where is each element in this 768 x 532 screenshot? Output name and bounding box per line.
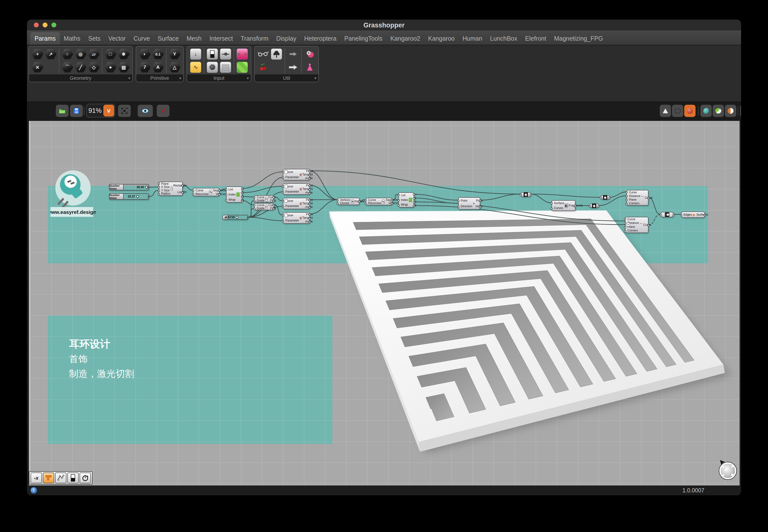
chevron-down-icon[interactable]: ▾: [247, 76, 249, 81]
version-label: 1.0.0007: [682, 487, 704, 494]
tab-heteroptera[interactable]: Heteroptera: [300, 33, 340, 45]
scribble-icon[interactable]: ∿: [190, 62, 201, 73]
chevron-down-icon[interactable]: ▾: [179, 76, 181, 81]
zoom-extents-button[interactable]: [118, 105, 131, 117]
gradient-icon[interactable]: [237, 48, 248, 60]
tab-lunchbox[interactable]: LunchBox: [486, 33, 521, 45]
xyz-icon[interactable]: ✕: [32, 62, 43, 72]
preview-shaded-button[interactable]: [684, 105, 696, 117]
diamond-icon[interactable]: ◇: [88, 62, 100, 72]
gearball-icon[interactable]: [304, 48, 315, 60]
tab-kangaroo[interactable]: Kangaroo: [424, 33, 458, 45]
preview-off-button[interactable]: [660, 105, 671, 117]
preview-toggle-button[interactable]: [138, 105, 153, 117]
snowflake-slot: ❄: [118, 48, 129, 60]
tab-params[interactable]: Params: [30, 32, 60, 45]
palette-column: ❄▤: [118, 48, 129, 73]
palette-label-input[interactable]: Input▾: [187, 74, 251, 82]
status-info-icon[interactable]: !: [30, 487, 37, 494]
preview-selected-teal-button[interactable]: [700, 105, 712, 117]
import-icon[interactable]: ↓: [190, 48, 201, 60]
arc-icon[interactable]: ⌒: [61, 62, 73, 72]
flask-slot: [304, 62, 316, 73]
spiral-icon[interactable]: ◎: [75, 49, 86, 59]
boolean-icon[interactable]: ◐: [139, 49, 150, 59]
panel-icon[interactable]: [220, 62, 231, 73]
segment-slot: ╱: [75, 62, 86, 73]
palette-name: Primitive: [150, 75, 169, 81]
preview-wireframe-button[interactable]: [672, 105, 683, 117]
open-file-button[interactable]: [56, 105, 69, 117]
knob-icon[interactable]: [207, 62, 218, 73]
brep-icon[interactable]: ▤: [118, 62, 129, 72]
path-icon[interactable]: Y: [169, 49, 180, 59]
flask-icon[interactable]: [304, 62, 315, 73]
sketch-pen-button[interactable]: [157, 105, 169, 117]
plane-icon[interactable]: ▱: [88, 49, 100, 59]
tab-vector[interactable]: Vector: [104, 33, 129, 45]
toggle-icon[interactable]: [207, 48, 218, 60]
slider-slot: [220, 48, 232, 60]
palette-column: [257, 48, 269, 73]
segment-icon[interactable]: ╱: [75, 62, 86, 72]
slider-icon[interactable]: [220, 48, 231, 60]
palette-separator: [204, 48, 204, 73]
tab-elefront[interactable]: Elefront: [521, 33, 550, 45]
tab-panelingtools[interactable]: PanelingTools: [340, 33, 386, 45]
swatch-icon[interactable]: [237, 62, 248, 73]
tab-maths[interactable]: Maths: [60, 33, 84, 45]
blob-icon[interactable]: ●: [104, 62, 116, 72]
brep-slot: ▤: [118, 62, 129, 73]
tab-human[interactable]: Human: [458, 33, 486, 45]
toolbar-separator: [738, 106, 738, 116]
chevron-down-icon[interactable]: ▾: [128, 76, 130, 81]
definition-canvas[interactable]: [29, 121, 740, 495]
number-slot: 0.1: [152, 48, 164, 60]
preview-selected-green-button[interactable]: [713, 105, 724, 117]
glasses-slot: [257, 48, 269, 60]
vector-icon[interactable]: ↗: [45, 49, 57, 59]
palette-label-primitive[interactable]: Primitive▾: [136, 74, 183, 82]
tab-magnetizing_fpg[interactable]: Magnetizing_FPG: [550, 33, 607, 45]
relay-icon[interactable]: [288, 48, 299, 60]
meshtri-icon[interactable]: △: [169, 62, 180, 72]
bigarrow-icon[interactable]: [288, 62, 299, 73]
zoom-level-control[interactable]: 91% v: [86, 104, 115, 117]
box-icon[interactable]: □: [104, 49, 116, 59]
window-title: Grasshopper: [27, 22, 741, 29]
snowflake-icon[interactable]: ❄: [118, 49, 129, 59]
tab-curve[interactable]: Curve: [129, 33, 154, 45]
palette-separator: [285, 48, 285, 73]
chevron-down-icon[interactable]: v: [103, 105, 114, 116]
tab-transform[interactable]: Transform: [237, 33, 272, 45]
palette-separator: [301, 48, 302, 73]
tab-intersect[interactable]: Intersect: [206, 33, 237, 45]
point-icon[interactable]: +: [32, 49, 43, 59]
tab-kangaroo2[interactable]: Kangaroo2: [386, 33, 424, 45]
save-file-button[interactable]: [70, 105, 83, 117]
circle-icon[interactable]: ○: [61, 49, 73, 59]
text-icon[interactable]: A: [152, 62, 164, 72]
chevron-down-icon[interactable]: ▾: [315, 76, 316, 81]
plane-slot: ▱: [88, 48, 100, 60]
palette-column: [220, 48, 232, 73]
integer-slot: 7: [139, 62, 150, 73]
tab-mesh[interactable]: Mesh: [183, 33, 206, 45]
preview-custom-button[interactable]: [725, 105, 736, 117]
pen-icon: [160, 108, 166, 114]
diamond-slot: ◇: [88, 62, 100, 73]
palette-column: Y△: [169, 48, 180, 73]
tab-sets[interactable]: Sets: [84, 33, 104, 45]
cherries-icon[interactable]: [258, 62, 269, 73]
tab-surface[interactable]: Surface: [154, 33, 183, 45]
number-icon[interactable]: 0.1: [152, 49, 164, 59]
empty-slot: [271, 62, 282, 73]
document-preview-button[interactable]: [740, 105, 741, 117]
tab-display[interactable]: Display: [272, 33, 300, 45]
palette-label-util[interactable]: Util▾: [255, 74, 318, 82]
palette-label-geometry[interactable]: Geometry▾: [29, 74, 132, 82]
integer-icon[interactable]: 7: [139, 62, 150, 72]
tree-icon[interactable]: [271, 48, 282, 60]
save-icon: [73, 107, 80, 114]
glasses-icon[interactable]: [258, 48, 269, 60]
